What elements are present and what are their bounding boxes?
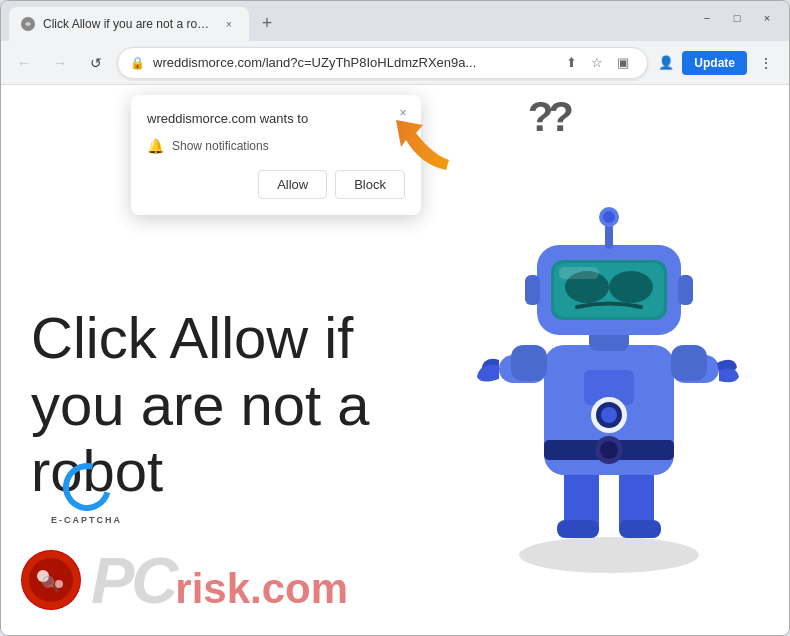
pcrisk-suffix: risk.com [175, 565, 348, 612]
notification-row-text: Show notifications [172, 139, 269, 153]
update-button[interactable]: Update [682, 51, 747, 75]
pcrisk-text: PCrisk.com [91, 543, 348, 618]
browser-window: Click Allow if you are not a robot × + −… [0, 0, 790, 636]
minimize-button[interactable]: − [693, 4, 721, 32]
ecaptcha-logo: E-CAPTCHA [51, 463, 122, 525]
ecaptcha-icon [54, 454, 120, 520]
question-marks: ?? [528, 93, 569, 141]
address-bar[interactable]: 🔒 wreddismorce.com/land?c=UZyThP8IoHLdmz… [117, 47, 648, 79]
pcrisk-icon: 🔍 [21, 550, 81, 610]
tab-favicon [21, 17, 35, 31]
new-tab-button[interactable]: + [253, 9, 281, 37]
url-text: wreddismorce.com/land?c=UZyThP8IoHLdmzRX… [153, 55, 551, 70]
pcrisk-logo: 🔍 PCrisk.com [21, 543, 348, 618]
svg-rect-17 [671, 345, 707, 381]
tab-bar: Click Allow if you are not a robot × + [9, 1, 685, 41]
profile-button[interactable]: 👤 [654, 51, 678, 75]
arrow-svg [391, 105, 461, 185]
robot-illustration [469, 145, 749, 585]
arrow-indicator [391, 105, 461, 189]
menu-button[interactable]: ⋮ [751, 48, 781, 78]
page-content: × wreddismorce.com wants to 🔔 Show notif… [1, 85, 789, 635]
tab-title: Click Allow if you are not a robot [43, 17, 213, 31]
main-text-line2: you are not a [31, 372, 370, 439]
bell-icon: 🔔 [147, 138, 164, 154]
navigation-bar: ← → ↺ 🔒 wreddismorce.com/land?c=UZyThP8I… [1, 41, 789, 85]
svg-rect-28 [525, 275, 540, 305]
share-button[interactable]: ⬆ [559, 51, 583, 75]
notification-row: 🔔 Show notifications [147, 138, 405, 154]
title-bar: Click Allow if you are not a robot × + −… [1, 1, 789, 41]
toolbar-right: 👤 Update ⋮ [654, 48, 781, 78]
maximize-button[interactable]: □ [723, 4, 751, 32]
sidebar-button[interactable]: ▣ [611, 51, 635, 75]
notification-buttons: Allow Block [147, 170, 405, 199]
ecaptcha-label: E-CAPTCHA [51, 515, 122, 525]
back-button[interactable]: ← [9, 48, 39, 78]
forward-button[interactable]: → [45, 48, 75, 78]
active-tab[interactable]: Click Allow if you are not a robot × [9, 7, 249, 41]
notification-popup: × wreddismorce.com wants to 🔔 Show notif… [131, 95, 421, 215]
svg-rect-15 [511, 345, 547, 381]
svg-rect-29 [678, 275, 693, 305]
robot-svg [469, 145, 749, 575]
bookmark-button[interactable]: ☆ [585, 51, 609, 75]
pcrisk-pc: PC [91, 544, 175, 617]
svg-point-27 [603, 211, 615, 223]
allow-button[interactable]: Allow [258, 170, 327, 199]
pcrisk-watermark: 🔍 PCrisk.com [1, 525, 789, 635]
reload-button[interactable]: ↺ [81, 48, 111, 78]
notification-header: wreddismorce.com wants to [147, 111, 405, 126]
address-actions: ⬆ ☆ ▣ [559, 51, 635, 75]
close-window-button[interactable]: × [753, 4, 781, 32]
svg-point-23 [609, 271, 653, 303]
lock-icon: 🔒 [130, 56, 145, 70]
main-text-line1: Click Allow if [31, 305, 370, 372]
svg-rect-24 [559, 267, 599, 279]
window-controls: − □ × [693, 4, 781, 32]
svg-text:🔍: 🔍 [41, 575, 61, 594]
svg-point-9 [600, 441, 618, 459]
tab-close-button[interactable]: × [221, 16, 237, 32]
svg-point-13 [601, 407, 617, 423]
